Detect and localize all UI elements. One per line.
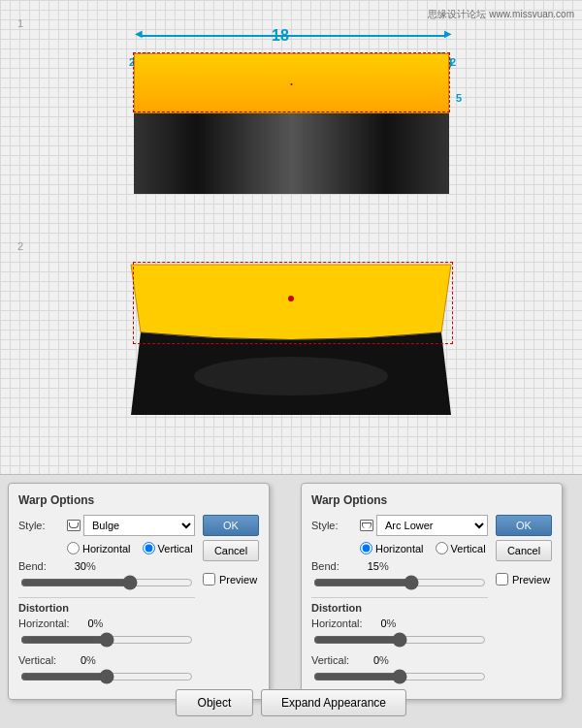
warp-left-bend-value: 30 <box>62 560 86 572</box>
warp-right-bend-value: 15 <box>355 560 379 572</box>
horizontal-label-right: Horizontal <box>375 543 424 554</box>
warp-right-v-label: Vertical: <box>311 654 355 666</box>
warp-left-v-value: 0 <box>62 654 86 666</box>
canvas-area: 思缘设计论坛 www.missvuan.com 1 18 2 2 5 · 2 <box>0 0 582 475</box>
warp-right-orientation: Horizontal Vertical <box>360 542 488 554</box>
dim-18-label: 18 <box>272 27 289 45</box>
dim-5-label: 5 <box>456 92 462 104</box>
warp-right-bend-label: Bend: <box>311 560 355 572</box>
vertical-label-left: Vertical <box>158 543 193 554</box>
warp-left-h-pct: % <box>94 617 104 629</box>
bottom-buttons: Object Expand Appearance <box>176 689 406 716</box>
svg-point-7 <box>194 357 388 396</box>
watermark: 思缘设计论坛 www.missvuan.com <box>428 8 574 21</box>
warp-left-h-value: 0 <box>70 617 94 629</box>
warp-right-title: Warp Options <box>311 493 552 507</box>
warp-right-bend-pct: % <box>379 560 389 572</box>
warp-left-bend-pct: % <box>86 560 96 572</box>
preview-label-left: Preview <box>219 574 257 586</box>
cancel-button-right[interactable]: Cancel <box>496 540 552 561</box>
warp-right-style-select[interactable]: Arc Lower <box>376 515 488 536</box>
arc-style-icon <box>360 520 373 531</box>
shape2 <box>126 260 456 422</box>
warp-left-v-pct: % <box>86 654 96 666</box>
warp-left-bend-label: Bend: <box>18 560 62 572</box>
horizontal-label-left: Horizontal <box>82 543 131 554</box>
preview-checkbox-left[interactable] <box>203 573 215 586</box>
v-distort-slider-left[interactable] <box>20 670 193 683</box>
warp-right-h-pct: % <box>387 617 397 629</box>
object-button[interactable]: Object <box>176 689 253 716</box>
cancel-button-left[interactable]: Cancel <box>203 540 259 561</box>
warp-left-h-label: Horizontal: <box>18 617 70 629</box>
h-distort-slider-left[interactable] <box>20 633 193 647</box>
radio-vertical-right[interactable] <box>436 542 448 554</box>
warp-left-v-label: Vertical: <box>18 654 62 666</box>
ok-button-left[interactable]: OK <box>203 515 259 536</box>
warp-right-style-label: Style: <box>311 520 360 531</box>
h-distort-slider-right[interactable] <box>313 633 486 647</box>
ok-button-right[interactable]: OK <box>496 515 552 536</box>
warp-right-h-label: Horizontal: <box>311 617 363 629</box>
warp-left-orientation: Horizontal Vertical <box>67 542 195 554</box>
preview-label-right: Preview <box>512 574 550 586</box>
warp-right-v-value: 0 <box>355 654 379 666</box>
shape1: · <box>134 53 449 194</box>
panels-area: Warp Options Style: Bulge Horizontal <box>0 474 582 728</box>
bend-slider-left[interactable] <box>20 576 193 589</box>
svg-point-6 <box>288 296 294 301</box>
radio-horizontal-right[interactable] <box>360 542 372 554</box>
warp-dialog-right: Warp Options Style: Arc Lower Horizontal <box>301 483 563 700</box>
expand-appearance-button[interactable]: Expand Appearance <box>261 689 406 716</box>
warp-left-title: Warp Options <box>18 493 259 507</box>
preview-checkbox-right[interactable] <box>496 573 508 586</box>
warp-right-distortion-label: Distortion <box>311 597 488 614</box>
radio-vertical-left[interactable] <box>143 542 155 554</box>
bulge-style-icon <box>67 520 81 531</box>
warp-left-distortion-label: Distortion <box>18 597 195 614</box>
warp-left-style-label: Style: <box>18 520 67 531</box>
dimension-arrow-top <box>141 35 446 37</box>
bend-slider-right[interactable] <box>313 576 486 589</box>
v-distort-slider-right[interactable] <box>313 670 486 683</box>
warp-left-style-select[interactable]: Bulge <box>83 515 195 536</box>
vertical-label-right: Vertical <box>451 543 486 554</box>
warp-right-v-pct: % <box>379 654 389 666</box>
warp-right-h-value: 0 <box>363 617 387 629</box>
warp-dialog-left: Warp Options Style: Bulge Horizontal <box>8 483 270 700</box>
section2-label: 2 <box>17 240 23 252</box>
dim-2-right-label: 2 <box>450 56 456 68</box>
radio-horizontal-left[interactable] <box>67 542 80 554</box>
section1-label: 1 <box>17 17 23 29</box>
